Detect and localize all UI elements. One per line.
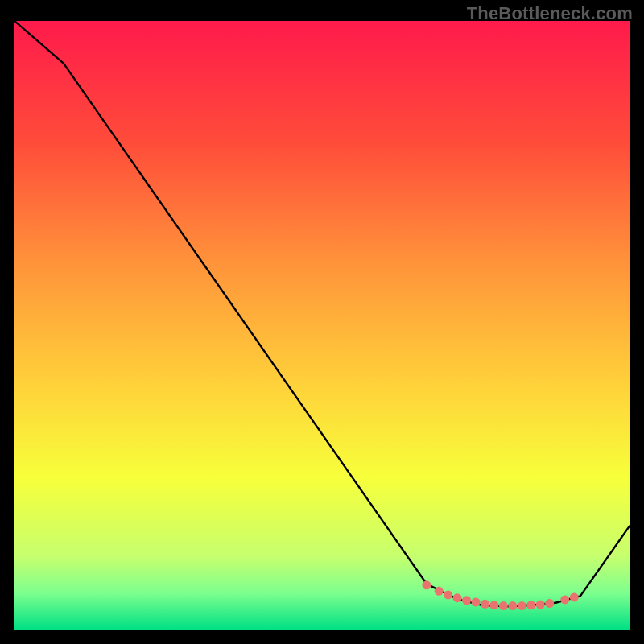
scatter-dot (570, 592, 579, 601)
scatter-dot (536, 601, 545, 609)
scatter-dot (518, 601, 526, 610)
scatter-dot (560, 595, 569, 604)
scatter-dot (489, 601, 498, 609)
scatter-dot (444, 590, 452, 599)
scatter-dot (545, 599, 554, 608)
chart-plot (14, 21, 630, 630)
scatter-dot (422, 580, 431, 589)
scatter-dot (499, 601, 508, 610)
scatter-dot (472, 597, 481, 606)
gradient-background (14, 21, 630, 630)
chart-svg (14, 21, 630, 630)
chart-stage: TheBottleneck.com (0, 0, 644, 644)
scatter-dot (481, 600, 489, 609)
scatter-dot (526, 601, 535, 609)
scatter-dot (435, 587, 444, 596)
scatter-dot (462, 596, 471, 605)
scatter-dot (508, 601, 517, 610)
scatter-dot (453, 593, 462, 602)
